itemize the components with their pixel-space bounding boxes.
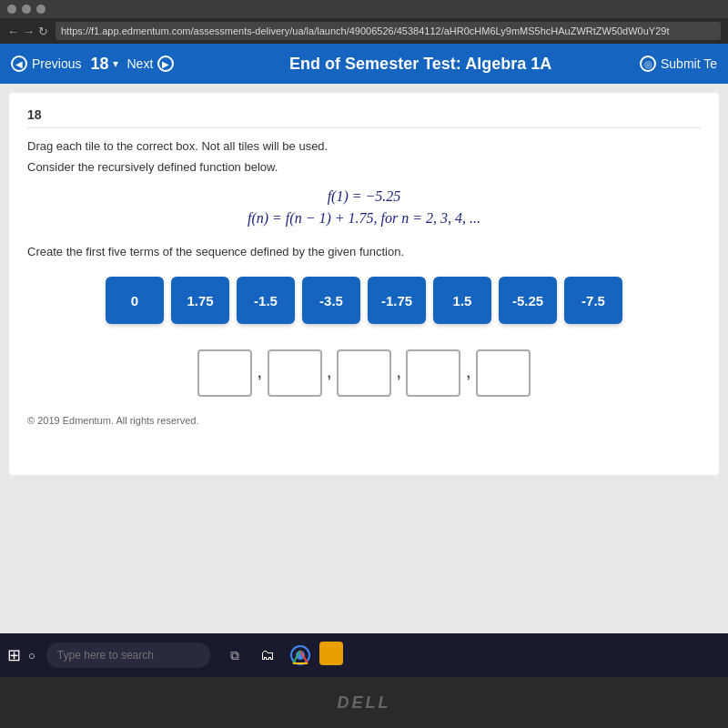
math-formulas: f(1) = −5.25 f(n) = f(n − 1) + 1.75, for… xyxy=(27,188,701,227)
instruction-text: Drag each tile to the correct box. Not a… xyxy=(27,139,701,153)
chrome-icon[interactable] xyxy=(287,642,314,669)
url-input[interactable] xyxy=(56,22,721,40)
question-card: 18 Drag each tile to the correct box. No… xyxy=(9,93,719,475)
tile-7[interactable]: -7.5 xyxy=(564,277,622,324)
toolbar: ◀ Previous 18 ▾ Next ▶ End of Semester T… xyxy=(0,44,728,84)
drop-zones: , , , , xyxy=(27,349,701,397)
tile-2[interactable]: -1.5 xyxy=(237,277,295,324)
drop-zone-4[interactable] xyxy=(406,349,460,397)
create-text: Create the first five terms of the seque… xyxy=(27,245,701,258)
separator-3: , xyxy=(393,365,404,381)
tile-6[interactable]: -5.25 xyxy=(499,277,557,324)
search-circle-icon: ○ xyxy=(28,649,35,662)
test-title: End of Semester Test: Algebra 1A xyxy=(201,55,640,74)
prev-circle-icon: ◀ xyxy=(11,56,27,72)
submit-circle-icon: ◎ xyxy=(640,56,656,72)
tile-0[interactable]: 0 xyxy=(106,277,164,324)
windows-icon[interactable]: ⊞ xyxy=(7,645,21,665)
separator-2: , xyxy=(324,365,335,381)
next-circle-icon: ▶ xyxy=(157,56,174,72)
browser-btn-max[interactable] xyxy=(36,5,46,14)
tile-3[interactable]: -3.5 xyxy=(302,277,360,324)
consider-text: Consider the recursively defined functio… xyxy=(27,160,701,174)
tiles-container: 0 1.75 -1.5 -3.5 -1.75 1.5 -5.25 -7.5 xyxy=(27,277,701,324)
chevron-down-icon[interactable]: ▾ xyxy=(113,57,118,70)
tile-4[interactable]: -1.75 xyxy=(368,277,426,324)
extra-icon[interactable] xyxy=(319,642,343,665)
taskbar-icons: ⧉ 🗂 xyxy=(221,642,343,669)
separator-4: , xyxy=(462,365,473,381)
separator-1: , xyxy=(254,365,265,381)
taskbar: ⊞ ○ ⧉ 🗂 xyxy=(0,633,728,677)
copyright-text: © 2019 Edmentum. All rights reserved. xyxy=(27,415,701,426)
back-arrow[interactable]: ← xyxy=(7,25,19,38)
dell-logo: DELL xyxy=(338,693,391,713)
submit-button[interactable]: ◎ Submit Te xyxy=(640,56,717,72)
drop-zone-2[interactable] xyxy=(268,349,322,397)
browser-chrome xyxy=(0,0,728,18)
files-icon[interactable]: 🗂 xyxy=(254,642,281,669)
formula2: f(n) = f(n − 1) + 1.75, for n = 2, 3, 4,… xyxy=(27,210,701,227)
next-label: Next xyxy=(127,56,154,71)
browser-btn-min[interactable] xyxy=(22,5,31,14)
taskview-icon[interactable]: ⧉ xyxy=(221,642,248,669)
taskbar-search[interactable] xyxy=(46,642,210,668)
drop-zone-3[interactable] xyxy=(337,349,391,397)
url-bar: ← → ↻ xyxy=(0,18,728,44)
laptop-bottom-bezel: DELL xyxy=(0,677,728,728)
tile-1[interactable]: 1.75 xyxy=(171,277,229,324)
nav-arrows: ← → ↻ xyxy=(7,25,48,38)
previous-button[interactable]: ◀ Previous xyxy=(11,56,81,72)
forward-arrow[interactable]: → xyxy=(23,25,35,38)
question-number-display: 18 xyxy=(90,55,108,74)
main-content: 18 Drag each tile to the correct box. No… xyxy=(0,84,728,633)
formula1: f(1) = −5.25 xyxy=(27,188,701,205)
reload-icon[interactable]: ↻ xyxy=(38,25,48,38)
prev-label: Previous xyxy=(32,56,81,71)
submit-label: Submit Te xyxy=(661,56,717,71)
tile-5[interactable]: 1.5 xyxy=(433,277,491,324)
next-button[interactable]: Next ▶ xyxy=(127,56,175,72)
drop-zone-1[interactable] xyxy=(197,349,252,397)
drop-zone-5[interactable] xyxy=(476,349,531,397)
browser-btn-close[interactable] xyxy=(7,5,16,14)
question-number: 18 xyxy=(27,107,701,128)
